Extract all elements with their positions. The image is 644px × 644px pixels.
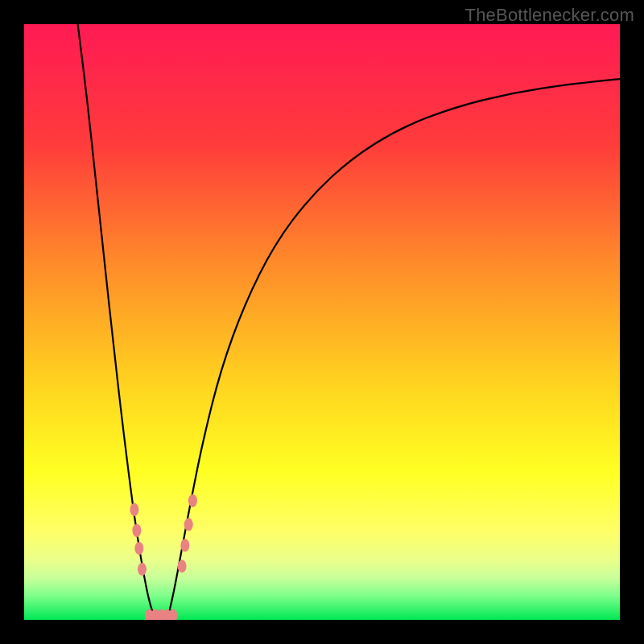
plot-area bbox=[24, 24, 620, 620]
data-marker bbox=[180, 539, 189, 552]
watermark-text: TheBottlenecker.com bbox=[465, 5, 634, 26]
data-marker bbox=[138, 563, 147, 576]
series-left-curve bbox=[78, 24, 155, 620]
series-right-curve bbox=[167, 79, 620, 620]
chart-frame: TheBottlenecker.com bbox=[0, 0, 644, 644]
data-marker bbox=[188, 494, 197, 507]
curves-layer bbox=[24, 24, 620, 620]
data-marker bbox=[184, 518, 193, 531]
data-marker bbox=[178, 559, 187, 572]
data-marker bbox=[130, 503, 138, 516]
data-marker bbox=[132, 524, 141, 537]
data-marker bbox=[134, 542, 143, 555]
